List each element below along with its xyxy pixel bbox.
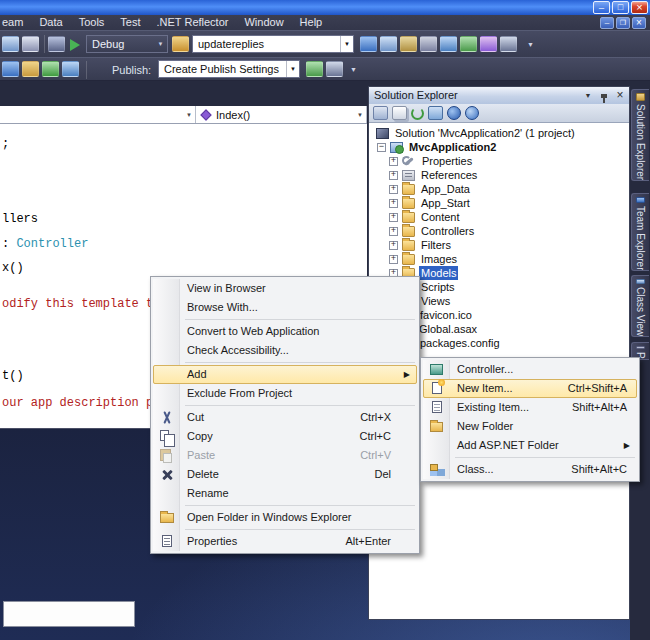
tab-class-view[interactable]: Class View — [631, 275, 649, 337]
expand-icon[interactable] — [389, 157, 398, 166]
menu-team[interactable]: eam — [0, 15, 31, 30]
open-file-icon[interactable] — [22, 61, 39, 77]
publish-settings-icon[interactable] — [326, 61, 343, 77]
tree-item-app-data[interactable]: App_Data — [369, 182, 629, 196]
save-all-icon[interactable] — [22, 36, 39, 52]
error-list-icon[interactable] — [420, 36, 437, 52]
menu-item-check-accessibility[interactable]: Check Accessibility... — [153, 341, 417, 360]
menu-data[interactable]: Data — [31, 15, 70, 30]
publish-icon[interactable] — [306, 61, 323, 77]
object-browser-icon[interactable] — [440, 36, 457, 52]
expand-icon[interactable] — [389, 199, 398, 208]
view-class-diagram-icon[interactable] — [428, 106, 443, 120]
maximize-button[interactable] — [612, 1, 629, 14]
members-dropdown[interactable]: Index() ▼ — [196, 106, 367, 123]
menu-item-properties[interactable]: Properties Alt+Enter — [153, 532, 417, 551]
find-combo[interactable]: updatereplies — [192, 35, 354, 53]
extension-manager-icon[interactable] — [480, 36, 497, 52]
menu-item-add[interactable]: Add — [153, 365, 417, 384]
window-position-icon[interactable] — [581, 89, 595, 102]
toolbox-icon[interactable] — [400, 36, 417, 52]
menu-separator — [455, 457, 635, 458]
tab-team-explorer[interactable]: Team Explorer — [631, 193, 649, 271]
start-page-icon[interactable] — [460, 36, 477, 52]
folder-icon — [402, 226, 415, 237]
undo-icon[interactable] — [48, 36, 65, 52]
properties-icon[interactable] — [373, 106, 388, 120]
publish-settings-dropdown[interactable]: Create Publish Settings — [158, 60, 300, 78]
mdi-close-button[interactable] — [632, 17, 646, 29]
add-item-icon[interactable] — [2, 61, 19, 77]
expand-icon[interactable] — [389, 255, 398, 264]
menu-item-existing-item[interactable]: Existing Item... Shift+Alt+A — [423, 398, 637, 417]
menu-item-delete[interactable]: Delete Del — [153, 465, 417, 484]
publish-label: Publish: — [112, 64, 151, 76]
tree-item-images[interactable]: Images — [369, 252, 629, 266]
mdi-minimize-button[interactable] — [600, 17, 614, 29]
context-menu: View in Browser Browse With... Convert t… — [150, 276, 420, 554]
collapse-all-icon[interactable] — [447, 106, 461, 120]
menu-item-cut[interactable]: Cut Ctrl+X — [153, 408, 417, 427]
find-icon[interactable] — [172, 36, 189, 52]
menu-item-open-folder-in-windows-explorer[interactable]: Open Folder in Windows Explorer — [153, 508, 417, 527]
menu-item-rename[interactable]: Rename — [153, 484, 417, 503]
solution-configurations-dropdown[interactable]: Debug — [86, 35, 168, 53]
menu-tools[interactable]: Tools — [71, 15, 113, 30]
menu-item-convert-to-web-application[interactable]: Convert to Web Application — [153, 322, 417, 341]
chevron-down-icon[interactable] — [286, 61, 299, 77]
view-code-icon[interactable] — [465, 106, 479, 120]
chevron-down-icon[interactable] — [340, 36, 353, 52]
pin-icon[interactable] — [597, 89, 611, 102]
menu-item-copy[interactable]: Copy Ctrl+C — [153, 427, 417, 446]
tree-item-properties[interactable]: Properties — [369, 154, 629, 168]
expand-icon[interactable] — [389, 171, 398, 180]
solution-explorer-icon[interactable] — [360, 36, 377, 52]
controller-icon — [430, 364, 443, 375]
toolbar-options-icon[interactable]: ▼ — [527, 41, 534, 48]
expand-icon[interactable] — [389, 241, 398, 250]
toolbar-options-icon[interactable]: ▼ — [350, 66, 357, 73]
mdi-restore-button[interactable] — [616, 17, 630, 29]
menu-help[interactable]: Help — [292, 15, 331, 30]
menu-window[interactable]: Window — [236, 15, 291, 30]
tree-item-project[interactable]: MvcApplication2 — [369, 140, 629, 154]
solution-explorer-titlebar[interactable]: Solution Explorer — [369, 87, 629, 104]
tree-item-content[interactable]: Content — [369, 210, 629, 224]
menu-item-exclude-from-project[interactable]: Exclude From Project — [153, 384, 417, 403]
collapse-icon[interactable] — [377, 143, 386, 152]
refresh-icon[interactable] — [411, 107, 424, 120]
refresh-icon[interactable] — [42, 61, 59, 77]
menu-separator — [185, 529, 415, 530]
close-icon[interactable] — [613, 89, 627, 102]
expand-icon[interactable] — [389, 185, 398, 194]
menu-net-reflector[interactable]: .NET Reflector — [149, 15, 237, 30]
expand-icon[interactable] — [389, 227, 398, 236]
tree-item-filters[interactable]: Filters — [369, 238, 629, 252]
sync-icon[interactable] — [62, 61, 79, 77]
tree-item-app-start[interactable]: App_Start — [369, 196, 629, 210]
menu-item-view-in-browser[interactable]: View in Browser — [153, 279, 417, 298]
menu-item-class[interactable]: Class... Shift+Alt+C — [423, 460, 637, 479]
tree-item-solution[interactable]: Solution 'MvcApplication2' (1 project) — [369, 126, 629, 140]
menu-item-add-aspnet-folder[interactable]: Add ASP.NET Folder — [423, 436, 637, 455]
properties-window-icon[interactable] — [380, 36, 397, 52]
standard-toolbar: Debug updatereplies ▼ — [0, 30, 650, 57]
menu-item-browse-with[interactable]: Browse With... — [153, 298, 417, 317]
menu-item-controller[interactable]: Controller... — [423, 360, 637, 379]
tab-solution-explorer[interactable]: Solution Explorer — [631, 89, 649, 181]
start-debugging-icon[interactable] — [70, 39, 80, 51]
command-window-icon[interactable] — [500, 36, 517, 52]
close-button[interactable] — [631, 1, 648, 14]
tree-item-references[interactable]: References — [369, 168, 629, 182]
menu-test[interactable]: Test — [112, 15, 148, 30]
tree-item-controllers[interactable]: Controllers — [369, 224, 629, 238]
menu-item-paste[interactable]: Paste Ctrl+V — [153, 446, 417, 465]
show-all-files-icon[interactable] — [392, 106, 407, 120]
types-dropdown[interactable]: ▼ — [0, 106, 196, 123]
menu-item-new-folder[interactable]: New Folder — [423, 417, 637, 436]
chevron-down-icon[interactable] — [154, 36, 167, 52]
menu-item-new-item[interactable]: New Item... Ctrl+Shift+A — [423, 379, 637, 398]
save-icon[interactable] — [2, 36, 19, 52]
minimize-button[interactable] — [593, 1, 610, 14]
expand-icon[interactable] — [389, 213, 398, 222]
